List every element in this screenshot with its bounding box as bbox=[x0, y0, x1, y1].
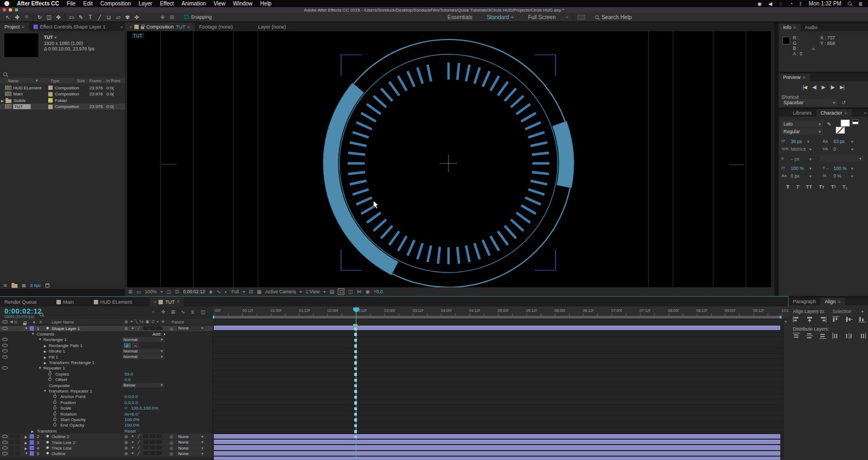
dropdown-arrow-icon[interactable]: ▾ bbox=[300, 289, 302, 294]
eyedropper-icon[interactable]: ✎ bbox=[827, 121, 831, 127]
dropdown-arrow-icon[interactable]: ▾ bbox=[243, 289, 245, 294]
panel-menu-icon[interactable]: ≡ bbox=[177, 299, 180, 304]
tab-overflow-icon[interactable]: » bbox=[864, 111, 868, 116]
exposure-value[interactable]: +0.0 bbox=[373, 289, 383, 294]
timeline-row-rectangle-path-1[interactable]: ▶ Rectangle Path 1 ⇄ ≒ bbox=[0, 343, 213, 348]
panel-menu-icon[interactable]: ≡ bbox=[803, 75, 805, 80]
stopwatch-icon[interactable] bbox=[48, 372, 52, 376]
current-timecode[interactable]: 0:00:02:12 bbox=[4, 307, 42, 315]
layer-bar-shape-layer-1[interactable] bbox=[214, 326, 780, 330]
group-name[interactable]: Repeater 1 bbox=[43, 366, 65, 371]
twirl-icon[interactable]: ▼ bbox=[25, 327, 28, 330]
align-to-value[interactable]: Selection bbox=[832, 309, 852, 314]
camera-view-value[interactable]: Active Camera bbox=[265, 289, 296, 294]
work-area-start-handle[interactable] bbox=[213, 316, 214, 319]
timeline-row-copies[interactable]: Copies 59.0 bbox=[0, 371, 213, 377]
composite-dropdown[interactable]: Below▾ bbox=[122, 383, 164, 388]
timeline-row-fill-1[interactable]: ▶ Fill 1 Normal▾ bbox=[0, 354, 213, 360]
view-layout-value[interactable]: 1 View bbox=[306, 289, 320, 294]
property-value[interactable]: 0.0,0.0 bbox=[124, 400, 138, 405]
add-menu-icon[interactable]: ◑ bbox=[163, 332, 166, 337]
tab-footage[interactable]: Footage (none) bbox=[195, 22, 237, 31]
timeline-row-position[interactable]: Position 0.0,0.0 bbox=[0, 400, 213, 405]
apple-menu-icon[interactable] bbox=[4, 1, 9, 6]
close-tab-icon[interactable]: × bbox=[154, 299, 157, 304]
panel-menu-icon[interactable]: ≡ bbox=[838, 299, 841, 304]
parent-pickwhip-icon[interactable]: ◎ bbox=[169, 446, 173, 451]
ruler-label[interactable]: 04:00f bbox=[441, 309, 469, 313]
stroke-width-value[interactable]: – px bbox=[791, 156, 799, 162]
timeline-search-input[interactable] bbox=[39, 309, 144, 315]
layer-name[interactable]: Outline bbox=[52, 451, 65, 456]
tab-paragraph[interactable]: Paragraph bbox=[788, 298, 820, 305]
menu-view[interactable]: View bbox=[214, 1, 226, 7]
layer-color-chip[interactable] bbox=[30, 326, 34, 331]
group-name[interactable]: Rectangle Path 1 bbox=[49, 343, 82, 348]
dropdown-arrow-icon[interactable]: ▾ bbox=[851, 166, 853, 171]
timeline-row-offset[interactable]: Offset 0.0 bbox=[0, 377, 213, 382]
audio-cell[interactable] bbox=[9, 440, 14, 445]
composition-canvas[interactable]: TUT bbox=[127, 31, 771, 287]
ruler-icon[interactable]: ◫ bbox=[167, 289, 172, 294]
project-row-solids[interactable]: ▶ Solids Folder bbox=[0, 97, 125, 104]
ruler-label[interactable]: 10:0 bbox=[781, 309, 788, 313]
property-name[interactable]: End Opacity bbox=[60, 423, 84, 428]
timeline-row-stroke-1[interactable]: ▶ Stroke 1 Normal▾ bbox=[0, 348, 213, 354]
type-tool-icon[interactable]: T bbox=[86, 14, 95, 20]
parent-pickwhip-icon[interactable]: ◎ bbox=[169, 451, 173, 456]
tab-libraries[interactable]: Libraries bbox=[788, 109, 816, 117]
tab-preview[interactable]: Preview≡ bbox=[779, 73, 810, 81]
solo-cell[interactable] bbox=[15, 434, 20, 439]
show-snapshot-icon[interactable]: ∿ bbox=[217, 289, 221, 294]
search-help-box[interactable]: Search Help bbox=[595, 14, 632, 20]
graph-editor-icon[interactable]: ◫ bbox=[201, 309, 206, 315]
resolution-value[interactable]: Full bbox=[231, 289, 239, 294]
ruler-label[interactable]: 09:00f bbox=[725, 309, 753, 313]
transparency-grid-icon[interactable]: ▦ bbox=[257, 289, 262, 294]
parent-dropdown[interactable]: None▾ bbox=[177, 445, 205, 450]
work-area-end-handle[interactable] bbox=[780, 316, 781, 319]
twirl-icon[interactable]: ▶ bbox=[25, 446, 27, 450]
puppet-pin-tool-icon[interactable]: ✜ bbox=[132, 14, 141, 20]
exposure-reset-icon[interactable]: ◉ bbox=[365, 289, 370, 294]
superscript-button[interactable]: T¹ bbox=[831, 184, 836, 190]
brush-tool-icon[interactable]: ╱ bbox=[95, 14, 104, 20]
menu-file[interactable]: File bbox=[67, 1, 76, 7]
layer-switches-icons[interactable]: ◍ ✦ ╱ bbox=[124, 446, 141, 450]
kerning-value[interactable]: Metrics bbox=[791, 146, 805, 152]
timeline-row-layer-5[interactable]: ▼ 5 ✱ Outline ◍ ✦ ╱ ◎ None▾ bbox=[0, 451, 213, 456]
layer-switch-cells[interactable] bbox=[143, 446, 163, 450]
add-label[interactable]: Add: bbox=[152, 332, 161, 337]
time-machine-icon[interactable]: ◔ bbox=[790, 1, 792, 7]
distribute-center-horizontal-icon[interactable] bbox=[846, 333, 853, 339]
ruler-label[interactable]: 08:00f bbox=[668, 309, 696, 313]
stroke-style-dropdown[interactable]: ▾ bbox=[820, 155, 864, 162]
dropdown-arrow-icon[interactable]: ▾ bbox=[807, 139, 809, 144]
vertical-scale-value[interactable]: 100 % bbox=[791, 166, 804, 171]
blend-mode-dropdown[interactable]: Normal▾ bbox=[122, 354, 164, 359]
subscript-button[interactable]: T₁ bbox=[842, 184, 847, 190]
project-table-header[interactable]: Name ▲ Type Size Frame ... In Point bbox=[0, 78, 125, 83]
ruler-label[interactable]: 01:12f bbox=[299, 309, 327, 313]
composition-viewer[interactable]: TUT bbox=[125, 31, 774, 287]
align-bottom-icon[interactable] bbox=[859, 316, 866, 322]
comp-marker-bin-icon[interactable]: ▼ bbox=[784, 320, 787, 323]
audio-cell[interactable] bbox=[9, 326, 14, 331]
workspace-essentials[interactable]: Essentials bbox=[447, 14, 473, 20]
guides-icon[interactable]: ⊡ bbox=[175, 289, 179, 294]
default-fill-stroke-icon[interactable] bbox=[852, 120, 859, 124]
flowchart-icon[interactable]: ⊞ bbox=[128, 289, 133, 294]
timeline-track-area[interactable] bbox=[213, 325, 783, 460]
dropdown-arrow-icon[interactable]: ▾ bbox=[851, 147, 853, 152]
tab-composition-tut[interactable]: × Composition TUT ≡ bbox=[125, 22, 195, 31]
workspace-menu-icon[interactable]: ≡ bbox=[511, 15, 514, 20]
dropdown-arrow-icon[interactable]: ▾ bbox=[809, 166, 812, 171]
layer-name[interactable]: Outline 2 bbox=[52, 434, 69, 439]
group-name[interactable]: Rectangle 1 bbox=[43, 337, 67, 342]
property-name[interactable]: Offset bbox=[55, 377, 67, 382]
hide-shy-layers-icon[interactable]: ⊞ bbox=[171, 309, 175, 315]
twirl-icon[interactable]: ▶ bbox=[1, 99, 4, 103]
reset-icon[interactable]: ↺ bbox=[842, 100, 846, 105]
ruler-label[interactable]: 08:12f bbox=[696, 309, 725, 313]
twirl-icon[interactable]: ▼ bbox=[38, 338, 42, 341]
